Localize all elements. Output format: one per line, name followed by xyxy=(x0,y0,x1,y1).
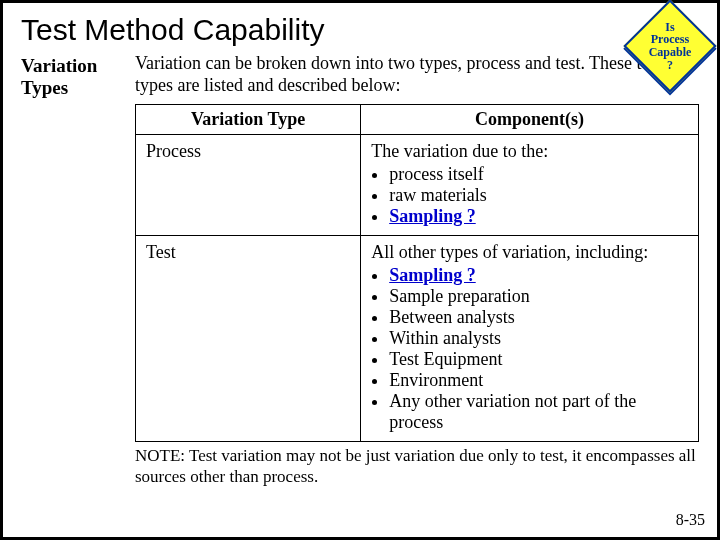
list-item: Within analysts xyxy=(389,328,688,349)
col-header-components: Component(s) xyxy=(361,105,699,135)
list-item: Sampling ? xyxy=(389,206,688,227)
diamond-line-4: ? xyxy=(667,59,673,72)
components-lead: All other types of variation, including: xyxy=(371,242,648,262)
slide: Test Method Capability Is Process Capabl… xyxy=(0,0,720,540)
emph-item: Sampling ? xyxy=(389,265,476,285)
components-list: process itself raw materials Sampling ? xyxy=(371,164,688,227)
section-label: Variation Types xyxy=(21,53,121,487)
decision-diamond: Is Process Capable ? xyxy=(637,13,703,79)
content-column: Variation can be broken down into two ty… xyxy=(135,53,699,487)
components-list: Sampling ? Sample preparation Between an… xyxy=(371,265,688,433)
cell-type: Process xyxy=(136,135,361,236)
table-row: Test All other types of variation, inclu… xyxy=(136,236,699,442)
list-item: Sample preparation xyxy=(389,286,688,307)
list-item: Between analysts xyxy=(389,307,688,328)
col-header-type: Variation Type xyxy=(136,105,361,135)
page-number: 8-35 xyxy=(676,511,705,529)
intro-text: Variation can be broken down into two ty… xyxy=(135,53,699,96)
note-text: NOTE: Test variation may not be just var… xyxy=(135,446,699,487)
cell-components: All other types of variation, including:… xyxy=(361,236,699,442)
list-item: process itself xyxy=(389,164,688,185)
list-item: raw materials xyxy=(389,185,688,206)
diamond-line-3: Capable xyxy=(649,46,692,59)
list-item: Any other variation not part of the proc… xyxy=(389,391,688,433)
cell-type: Test xyxy=(136,236,361,442)
cell-components: The variation due to the: process itself… xyxy=(361,135,699,236)
slide-title: Test Method Capability xyxy=(21,13,699,47)
table-header-row: Variation Type Component(s) xyxy=(136,105,699,135)
table-row: Process The variation due to the: proces… xyxy=(136,135,699,236)
list-item: Test Equipment xyxy=(389,349,688,370)
components-lead: The variation due to the: xyxy=(371,141,548,161)
list-item: Environment xyxy=(389,370,688,391)
variation-table: Variation Type Component(s) Process The … xyxy=(135,104,699,442)
diamond-text: Is Process Capable ? xyxy=(631,13,709,79)
body-row: Variation Types Variation can be broken … xyxy=(21,53,699,487)
list-item: Sampling ? xyxy=(389,265,688,286)
emph-item: Sampling ? xyxy=(389,206,476,226)
